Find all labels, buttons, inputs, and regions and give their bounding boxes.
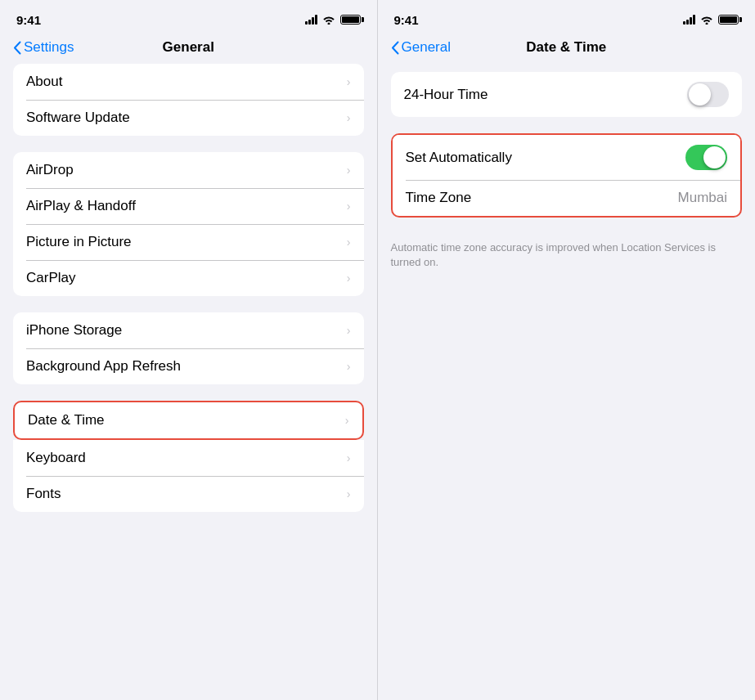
left-nav-bar: Settings General <box>0 36 377 64</box>
dt-group-24h: 24-Hour Time <box>391 72 743 117</box>
row-background-app-refresh[interactable]: Background App Refresh › <box>13 348 364 384</box>
left-panel: 9:41 Settings General About <box>0 0 377 700</box>
about-label: About <box>26 74 62 90</box>
right-panel: 9:41 General Date & Time 24-Hour <box>378 0 756 700</box>
airdrop-chevron-icon: › <box>347 164 351 177</box>
picture-in-picture-chevron-icon: › <box>347 236 351 249</box>
fonts-chevron-icon: › <box>347 487 351 500</box>
signal-icon <box>305 15 317 25</box>
row-keyboard[interactable]: Keyboard › <box>13 440 364 476</box>
back-chevron-icon <box>13 41 21 55</box>
24h-toggle[interactable] <box>687 82 729 107</box>
24h-toggle-knob <box>689 83 711 105</box>
settings-group-1: About › Software Update › <box>13 64 364 136</box>
airdrop-label: AirDrop <box>26 162 74 178</box>
right-back-label: General <box>402 39 451 56</box>
timezone-value: Mumbai <box>678 190 727 206</box>
picture-in-picture-label: Picture in Picture <box>26 234 132 250</box>
row-software-update[interactable]: Software Update › <box>13 100 364 136</box>
timezone-label: Time Zone <box>406 190 472 206</box>
fonts-label: Fonts <box>26 486 61 502</box>
settings-group-2: AirDrop › AirPlay & Handoff › Picture in… <box>13 152 364 296</box>
settings-group-3: iPhone Storage › Background App Refresh … <box>13 312 364 384</box>
background-app-refresh-label: Background App Refresh <box>26 358 181 375</box>
airplay-handoff-chevron-icon: › <box>347 200 351 213</box>
left-back-label: Settings <box>24 39 74 56</box>
right-wifi-icon <box>700 15 713 25</box>
row-iphone-storage[interactable]: iPhone Storage › <box>13 312 364 348</box>
right-signal-icon <box>683 15 695 25</box>
settings-group-5: Keyboard › Fonts › <box>13 440 364 512</box>
right-nav-title: Date & Time <box>526 39 606 56</box>
date-time-label: Date & Time <box>28 412 105 429</box>
row-fonts[interactable]: Fonts › <box>13 476 364 512</box>
iphone-storage-chevron-icon: › <box>347 324 351 337</box>
row-about[interactable]: About › <box>13 64 364 100</box>
right-status-icons <box>683 15 739 25</box>
row-airplay-handoff[interactable]: AirPlay & Handoff › <box>13 188 364 224</box>
dt-note: Automatic time zone accuracy is improved… <box>378 234 756 270</box>
background-app-refresh-chevron-icon: › <box>347 360 351 373</box>
right-back-chevron-icon <box>391 41 399 55</box>
dt-group-auto-tz: Set Automatically Time Zone Mumbai <box>391 133 743 218</box>
keyboard-chevron-icon: › <box>347 451 351 464</box>
iphone-storage-label: iPhone Storage <box>26 322 122 339</box>
right-nav-bar: General Date & Time <box>378 36 756 64</box>
24h-label: 24-Hour Time <box>404 87 488 103</box>
dt-row-set-auto[interactable]: Set Automatically <box>393 135 741 180</box>
set-auto-toggle[interactable] <box>685 145 727 170</box>
date-time-chevron-icon: › <box>345 414 349 427</box>
dt-content: 24-Hour Time Set Automatically Time Zone… <box>378 72 756 270</box>
airplay-handoff-label: AirPlay & Handoff <box>26 198 136 214</box>
left-status-time: 9:41 <box>16 13 41 27</box>
software-update-chevron-icon: › <box>347 111 351 124</box>
set-auto-label: Set Automatically <box>406 150 512 166</box>
about-chevron-icon: › <box>347 75 351 88</box>
right-back-button[interactable]: General <box>391 39 451 56</box>
carplay-label: CarPlay <box>26 270 75 286</box>
set-auto-toggle-knob <box>703 146 726 168</box>
keyboard-label: Keyboard <box>26 450 86 466</box>
row-picture-in-picture[interactable]: Picture in Picture › <box>13 224 364 260</box>
left-nav-title: General <box>163 39 214 56</box>
left-settings-scroll: About › Software Update › AirDrop › AirP… <box>0 64 377 700</box>
wifi-icon <box>322 15 335 25</box>
row-airdrop[interactable]: AirDrop › <box>13 152 364 188</box>
right-status-time: 9:41 <box>394 13 419 27</box>
battery-icon <box>340 15 361 25</box>
software-update-label: Software Update <box>26 110 130 126</box>
row-date-time[interactable]: Date & Time › <box>15 402 362 438</box>
settings-group-4-highlighted: Date & Time › <box>13 401 364 440</box>
right-status-bar: 9:41 <box>378 0 756 36</box>
left-status-icons <box>305 15 361 25</box>
dt-row-timezone[interactable]: Time Zone Mumbai <box>393 180 741 216</box>
left-back-button[interactable]: Settings <box>13 39 74 56</box>
right-battery-icon <box>718 15 739 25</box>
left-status-bar: 9:41 <box>0 0 377 36</box>
dt-row-24h[interactable]: 24-Hour Time <box>391 72 743 117</box>
row-carplay[interactable]: CarPlay › <box>13 260 364 296</box>
carplay-chevron-icon: › <box>347 271 351 285</box>
